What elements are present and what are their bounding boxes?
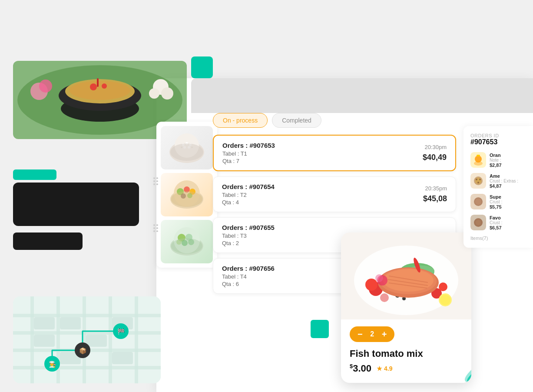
- order-qty-4: Qta : 6: [222, 281, 275, 287]
- svg-point-43: [365, 279, 377, 291]
- svg-text:📦: 📦: [79, 347, 87, 355]
- order-id-2: Orders : #907654: [222, 183, 275, 190]
- food-sidebar-item-2[interactable]: [161, 173, 213, 216]
- svg-point-62: [375, 274, 383, 282]
- order-price-1: $40,49: [423, 153, 447, 162]
- orders-id-value: #907653: [470, 138, 526, 146]
- order-time-1: 20:30pm: [423, 144, 447, 150]
- svg-point-39: [171, 238, 202, 254]
- order-item-price-2: $4,87: [490, 183, 526, 189]
- svg-rect-91: [34, 335, 55, 347]
- svg-rect-83: [13, 366, 161, 369]
- order-qty-3: Qta : 2: [222, 240, 275, 246]
- svg-text:👨‍🍳: 👨‍🍳: [49, 361, 56, 368]
- svg-point-12: [161, 87, 173, 100]
- order-item-row-1: Oran Note : $2,87: [470, 152, 526, 168]
- dark-panel-2: [13, 233, 83, 250]
- order-time-2: 20:35pm: [423, 185, 447, 192]
- order-item-row-2: Ame Crust : Extras : $4,87: [470, 173, 526, 189]
- order-item-note-3: Crust :: [490, 199, 526, 204]
- svg-point-6: [90, 83, 97, 90]
- svg-point-72: [477, 182, 479, 183]
- svg-rect-65: [477, 155, 480, 156]
- order-item-info-3: Supe Crust : $5,75: [490, 194, 526, 209]
- svg-point-45: [439, 282, 447, 291]
- order-card-2[interactable]: Orders : #907654 Tabel : T2 Qta : 4 20:3…: [213, 176, 456, 212]
- order-item-info-4: Favo Crust : $6,57: [490, 215, 526, 230]
- svg-point-70: [476, 179, 477, 180]
- drag-handle-2[interactable]: [151, 224, 160, 232]
- star-icon: ★: [377, 365, 382, 372]
- food-rating: ★ 4.9: [377, 365, 392, 372]
- svg-point-75: [475, 199, 481, 205]
- svg-point-31: [171, 191, 202, 207]
- svg-rect-80: [13, 314, 161, 317]
- drag-handle-1[interactable]: [151, 177, 160, 185]
- svg-rect-90: [60, 317, 81, 329]
- qty-value: 2: [368, 330, 377, 338]
- svg-rect-84: [30, 296, 34, 383]
- svg-point-46: [380, 293, 389, 302]
- svg-rect-95: [112, 352, 133, 364]
- order-table-1: Tabel : T1: [222, 150, 275, 157]
- order-item-row-4: Favo Crust : $6,57: [470, 215, 526, 230]
- order-table-3: Tabel : T3: [222, 233, 275, 239]
- food-sidebar-item-1[interactable]: [161, 126, 213, 169]
- svg-point-48: [440, 295, 450, 305]
- order-item-price-4: $6,57: [490, 225, 526, 230]
- map-section: 👨‍🍳 📦 🏁: [13, 296, 161, 383]
- order-id-1: Orders : #907653: [222, 142, 275, 149]
- order-item-note-2: Crust : Extras :: [490, 179, 526, 183]
- order-item-thumb-3: [470, 194, 486, 209]
- tab-completed[interactable]: Completed: [272, 113, 321, 128]
- svg-point-10: [39, 80, 52, 93]
- order-left-3: Orders : #907655 Tabel : T3 Qta : 2: [222, 224, 275, 246]
- items-total-label: Items(7): [470, 236, 526, 241]
- teal-decoration-top: [191, 56, 213, 78]
- order-item-info-2: Ame Crust : Extras : $4,87: [490, 173, 526, 189]
- food-price: $3.00: [350, 363, 371, 374]
- svg-point-66: [474, 161, 483, 166]
- order-item-thumb-2: [470, 173, 486, 189]
- order-item-row-3: Supe Crust : $5,75: [470, 194, 526, 209]
- order-price-2: $45,08: [423, 194, 447, 203]
- order-card-1[interactable]: Orders : #907653 Tabel : T1 Qta : 7 20:3…: [213, 135, 456, 171]
- order-qty-1: Qta : 7: [222, 158, 275, 164]
- order-item-name-1: Oran: [490, 153, 526, 158]
- dark-panel-1: [13, 183, 139, 226]
- order-right-2: 20:35pm $45,08: [423, 185, 447, 203]
- svg-rect-89: [34, 317, 55, 329]
- svg-point-7: [102, 83, 107, 89]
- qty-increase-button[interactable]: +: [382, 330, 387, 339]
- qty-decrease-button[interactable]: −: [358, 330, 363, 339]
- svg-rect-88: [135, 296, 138, 383]
- svg-text:🏁: 🏁: [117, 328, 125, 336]
- svg-rect-92: [86, 335, 107, 347]
- order-item-info-1: Oran Note : $2,87: [490, 153, 526, 168]
- teal-decoration-bottom: [311, 320, 329, 338]
- order-id-3: Orders : #907655: [222, 224, 275, 231]
- order-item-price-3: $5,75: [490, 204, 526, 209]
- rating-value: 4.9: [384, 365, 392, 372]
- svg-rect-8: [97, 78, 99, 87]
- food-detail-card: − 2 + Fish tomato mix $3.00 ★ 4.9: [341, 233, 471, 383]
- order-left-4: Orders : #907656 Tabel : T4 Qta : 6: [222, 265, 275, 287]
- order-item-name-3: Supe: [490, 194, 526, 199]
- teal-accent: [13, 169, 56, 180]
- svg-point-71: [479, 179, 481, 180]
- order-item-note-4: Crust :: [490, 220, 526, 225]
- order-left-1: Orders : #907653 Tabel : T1 Qta : 7: [222, 142, 275, 164]
- svg-rect-87: [109, 296, 112, 383]
- teal-curve-decoration: [445, 357, 471, 383]
- order-item-name-2: Ame: [490, 173, 526, 179]
- svg-point-23: [170, 143, 203, 161]
- tab-on-process[interactable]: On - process: [213, 113, 268, 128]
- order-table-4: Tabel : T4: [222, 273, 275, 280]
- tabs-row: On - process Completed: [213, 113, 456, 128]
- svg-point-78: [476, 220, 481, 225]
- svg-point-13: [149, 88, 159, 99]
- food-sidebar-item-3[interactable]: [161, 220, 213, 263]
- food-sidebar: [156, 122, 217, 268]
- header-bar: [191, 78, 533, 113]
- food-detail-image: [341, 233, 471, 319]
